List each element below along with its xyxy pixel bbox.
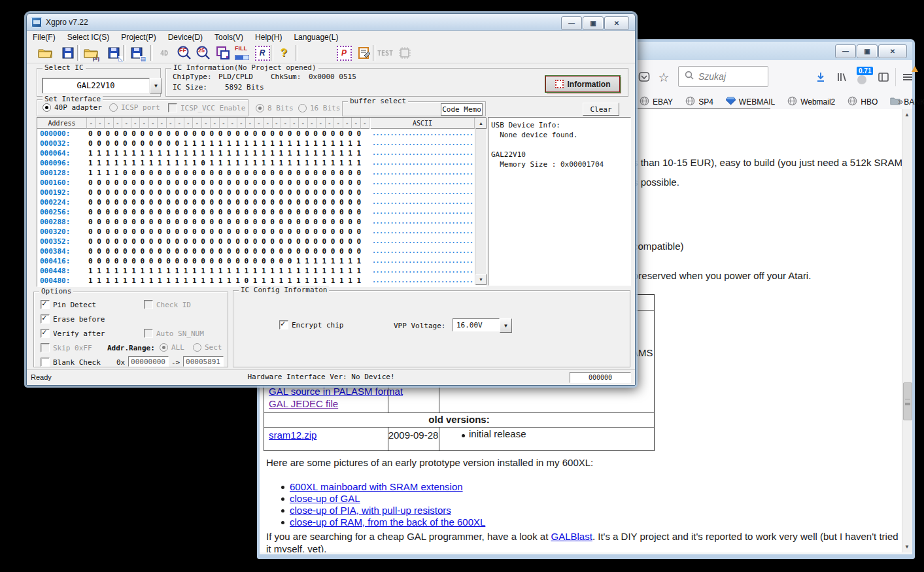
downloads-icon[interactable]: [812, 69, 829, 86]
photo-link[interactable]: close-up of RAM, from the back of the 60…: [290, 516, 485, 528]
photo-link[interactable]: close-up of GAL: [290, 493, 360, 504]
checkbox-skip-0xff[interactable]: Skip 0xFF: [41, 343, 92, 352]
menu-toolsv[interactable]: Tools(V): [209, 31, 249, 43]
program-chip-button[interactable]: P: [335, 44, 352, 61]
bookmark-sp4[interactable]: SP4: [685, 96, 713, 108]
photo-link[interactable]: close-up of PIA, with pull-up resistors: [290, 505, 451, 516]
scrollbar-thumb[interactable]: [903, 382, 912, 420]
buffer-row[interactable]: 000192:0 0 0 0 0 0 0 0 0 0 0 0 0 0 0 0 0…: [37, 188, 474, 198]
vpp-dropdown-icon[interactable]: ▼: [500, 318, 512, 333]
currency-addon-icon[interactable]: 0.71: [854, 71, 870, 86]
menu-projectp[interactable]: Project(P): [115, 31, 162, 43]
checkbox-verify-after[interactable]: ✓Verify after: [41, 329, 105, 338]
maximize-button[interactable]: ▣: [583, 16, 604, 30]
buffer-row[interactable]: 000384:0 0 0 0 0 0 0 0 0 0 0 0 0 0 0 0 0…: [37, 246, 474, 257]
buffer-hex-grid[interactable]: Address--------------------------------A…: [37, 117, 487, 287]
menu-selectics[interactable]: Select IC(S): [61, 31, 116, 43]
radio-addr-sect[interactable]: Sect: [193, 343, 222, 352]
buffer-row[interactable]: 000480:1 1 1 1 1 1 1 1 1 1 1 1 1 1 1 1 1…: [37, 276, 474, 286]
bookmark-ebay[interactable]: EBAY: [640, 96, 673, 108]
buffer-row[interactable]: 000032:0 0 0 0 0 0 0 0 0 0 0 1 1 1 1 1 1…: [37, 139, 474, 149]
buffer-row[interactable]: 000096:1 1 1 1 1 1 1 1 1 1 1 1 1 0 1 1 1…: [37, 158, 474, 169]
buffer-row[interactable]: 000288:0 0 0 0 0 0 0 0 0 0 0 0 0 0 0 0 0…: [37, 217, 474, 227]
save-buffer-button[interactable]: ▤: [128, 44, 145, 61]
buffer-row[interactable]: 000448:1 1 1 1 1 1 1 1 1 1 1 1 1 1 1 1 1…: [37, 266, 474, 277]
bookmark-webmail[interactable]: WEBMAIL: [726, 97, 775, 107]
menu-helph[interactable]: Help(H): [249, 31, 288, 43]
checkbox-erase-before[interactable]: ✓Erase before: [41, 314, 105, 324]
pocket-icon[interactable]: [636, 69, 653, 86]
buffer-row[interactable]: 000352:0 0 0 0 0 0 0 0 0 0 0 0 0 0 0 0 0…: [37, 237, 474, 247]
menu-filef[interactable]: File(F): [27, 31, 61, 43]
scroll-up-icon[interactable]: ▲: [904, 112, 910, 118]
menu-languagel[interactable]: Language(L): [288, 31, 344, 43]
table-file-link[interactable]: GAL JEDEC file: [269, 398, 403, 409]
zoom-25-button[interactable]: 25: [195, 44, 212, 61]
edit-note-button[interactable]: [356, 44, 373, 61]
open-file-button[interactable]: [37, 44, 54, 61]
radio-16-bits[interactable]: 16 Bits: [298, 104, 340, 112]
radio-8-bits[interactable]: 8 Bits: [256, 104, 294, 112]
checkbox-blank-check[interactable]: Blank Check: [41, 358, 101, 367]
bookmark-hbo[interactable]: HBO: [847, 96, 878, 108]
page-scrollbar[interactable]: ▲ ▼: [902, 109, 912, 552]
radio-icsp-port[interactable]: ICSP port: [109, 103, 160, 112]
code-memo-tab[interactable]: Code Memo: [441, 103, 483, 116]
table-link-sram12[interactable]: sram12.zip: [269, 429, 317, 441]
buffer-window-button[interactable]: [214, 44, 231, 61]
buffer-row[interactable]: 000000:0 0 0 0 0 0 0 0 0 0 0 0 0 0 0 0 0…: [37, 129, 474, 139]
buffer-scrollbar[interactable]: ▲ ▼: [475, 118, 486, 285]
xgpro-titlebar[interactable]: Xgpro v7.22 — ▣ ✕: [27, 14, 635, 31]
photo-link[interactable]: 600XL mainboard with SRAM extension: [290, 481, 463, 492]
table-file-link[interactable]: GAL source in PALASM format: [269, 386, 403, 397]
sidebar-icon[interactable]: [875, 69, 892, 86]
information-button[interactable]: Information: [545, 76, 620, 92]
read-chip-button[interactable]: R: [254, 44, 271, 61]
radio-addr-all[interactable]: ALL: [160, 343, 184, 352]
bookmark-bank[interactable]: BANK: [890, 97, 924, 107]
buffer-row[interactable]: 000320:0 0 0 0 0 0 0 0 0 0 0 0 0 0 0 0 0…: [37, 227, 474, 237]
radio-40p-adapter[interactable]: 40P adapter: [43, 103, 102, 112]
range-to-field[interactable]: 00005891: [183, 356, 224, 367]
minimize-button[interactable]: —: [561, 16, 582, 30]
checkbox-auto-sn[interactable]: Auto SN_NUM: [144, 329, 204, 338]
menu-hamburger-icon[interactable]: [899, 69, 916, 86]
self-test-button[interactable]: TEST: [377, 44, 394, 61]
search-field[interactable]: Szukaj: [678, 66, 768, 87]
galblast-link[interactable]: GALBlast: [551, 531, 592, 542]
checkbox-pin-detect[interactable]: ✓Pin Detect: [41, 300, 96, 309]
save-project-button[interactable]: ◺: [105, 44, 122, 61]
buffer-row[interactable]: 000128:1 1 1 1 0 0 0 0 0 0 0 0 0 0 0 0 0…: [37, 168, 474, 178]
bookmark-webmail2[interactable]: Webmail2: [787, 96, 835, 108]
checkbox-encrypt-chip[interactable]: ✓Encrypt chip: [279, 320, 343, 329]
range-from-field[interactable]: 00000000: [128, 356, 169, 367]
device-id-button[interactable]: 4D: [156, 44, 173, 61]
buffer-row[interactable]: 000416:0 0 0 0 0 0 0 0 0 0 0 0 0 0 0 0 0…: [37, 256, 474, 267]
bookmarks-overflow-chevron[interactable]: »: [898, 96, 903, 107]
buffer-row[interactable]: 000160:0 0 0 0 0 0 0 0 0 0 0 0 0 0 0 0 0…: [37, 178, 474, 188]
close-button[interactable]: ✕: [604, 16, 629, 30]
save-file-button[interactable]: [60, 44, 77, 61]
ic-combobox-dropdown-icon[interactable]: ▼: [150, 78, 162, 93]
scroll-down-icon[interactable]: ▼: [904, 544, 910, 550]
bookmark-star-icon[interactable]: ☆: [655, 69, 672, 86]
buffer-row[interactable]: 000224:0 0 0 0 0 0 0 0 0 0 0 0 0 0 0 0 0…: [37, 197, 474, 208]
library-icon[interactable]: [833, 69, 850, 86]
fill-buffer-button[interactable]: FILL: [234, 44, 251, 61]
minimize-button[interactable]: —: [835, 44, 856, 58]
scroll-down-icon[interactable]: ▼: [475, 274, 487, 285]
ic-combobox[interactable]: GAL22V10: [42, 78, 150, 93]
help-button[interactable]: ?: [275, 44, 292, 61]
menu-deviced[interactable]: Device(D): [162, 31, 209, 43]
buffer-row[interactable]: 000064:1 1 1 1 1 1 1 1 1 1 1 1 1 1 1 1 1…: [37, 148, 474, 159]
vpp-voltage-select[interactable]: 16.00V: [453, 318, 500, 331]
buffer-row[interactable]: 000256:0 0 0 0 0 0 0 0 0 0 0 0 0 0 0 0 0…: [37, 207, 474, 218]
maximize-button[interactable]: ▣: [857, 44, 878, 58]
close-button[interactable]: ✕: [878, 44, 907, 58]
chip-extra-button[interactable]: [396, 44, 413, 61]
find-ff-button[interactable]: FF: [176, 44, 193, 61]
checkbox-icsp-vcc[interactable]: ICSP_VCC Enable: [168, 103, 245, 112]
scroll-up-icon[interactable]: ▲: [475, 118, 487, 129]
clear-button[interactable]: Clear: [583, 103, 619, 116]
open-project-button[interactable]: prj: [82, 44, 99, 61]
